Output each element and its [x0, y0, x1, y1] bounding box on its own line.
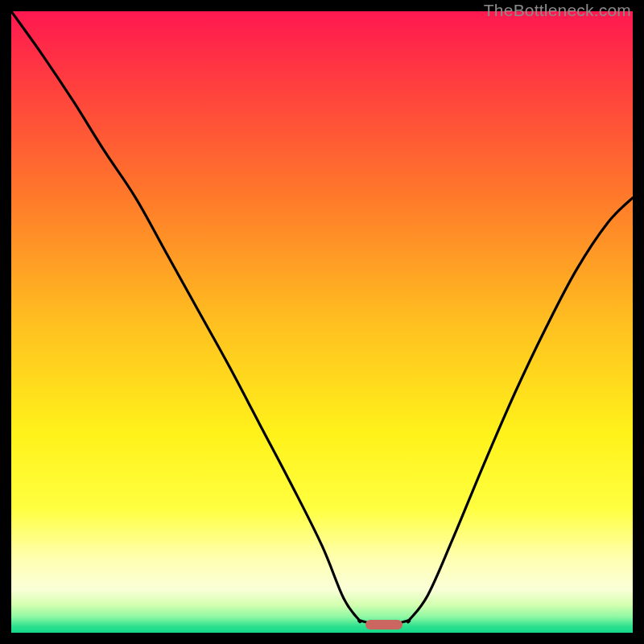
optimal-marker — [365, 620, 402, 630]
bottleneck-chart — [11, 11, 633, 633]
watermark-text: TheBottleneck.com — [484, 1, 631, 20]
plot-frame — [11, 11, 633, 633]
gradient-background — [11, 11, 633, 633]
